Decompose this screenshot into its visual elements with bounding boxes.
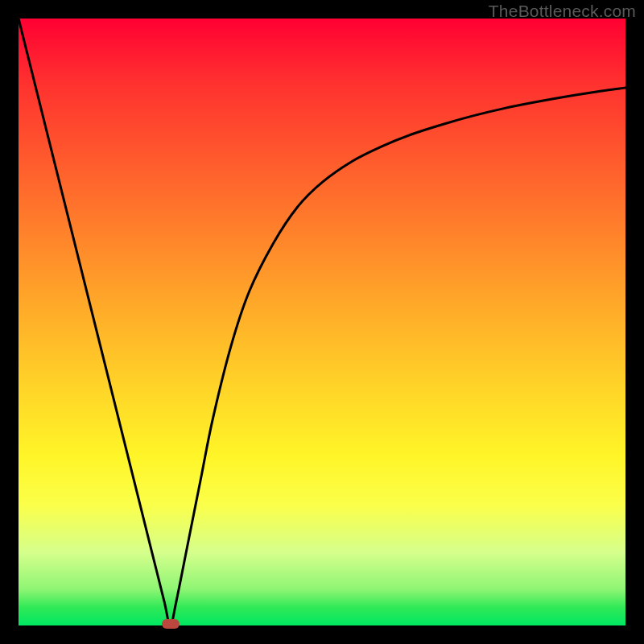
bottleneck-curve <box>19 19 625 625</box>
chart-plot-area <box>19 19 625 625</box>
optimal-marker <box>162 619 180 629</box>
watermark-text: TheBottleneck.com <box>489 2 636 21</box>
